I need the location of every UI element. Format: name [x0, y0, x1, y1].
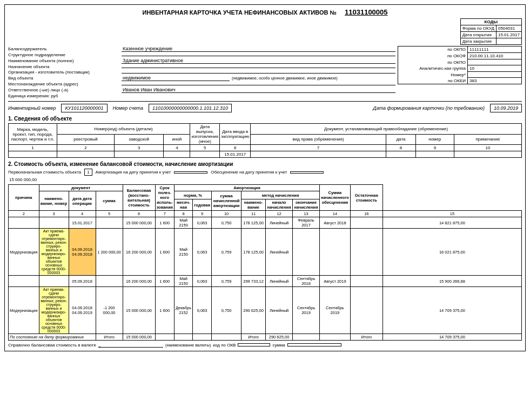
total-amort-value: 290 625,00 [266, 334, 293, 341]
right-codes-table: по ОКПО 11111111 по ОКОФ 210.00.11.10.41… [398, 46, 522, 84]
r1-prichina [9, 217, 39, 229]
r3-nach: Сентябрь 2018 [293, 276, 320, 287]
total-row: По состоянию на дату формирования Итого … [9, 334, 522, 341]
r2-prichina: Модернизация [9, 229, 39, 276]
okpo-label: по ОКПО [398, 46, 468, 53]
r2-metod-naim: Линейный [266, 229, 293, 276]
init-cost-row: Первоначальная стоимость объекта 1 Аморт… [8, 169, 522, 176]
th-ostatok: Остаточная стоимость [350, 185, 383, 211]
forma-label: Форма по ОКУД [460, 25, 496, 32]
th-naim-metod: наимено-вание [241, 199, 266, 211]
total-sum: 15 000 000,00 [123, 334, 155, 341]
s1-col2c: иной [164, 134, 190, 145]
r1-metod-naim: Линейный [266, 217, 293, 229]
date-form-value: 10.09.2019 [490, 104, 522, 112]
org-row: Организация - изготовитель (поставщик) [8, 70, 395, 75]
struct-div-row: Структурное подразделение [8, 52, 395, 57]
amort-label: Амортизация на дату принятия к учет [96, 170, 171, 175]
r1-norma-god: 0,750 [212, 217, 241, 229]
purpose-value [122, 68, 395, 68]
view-row: Вид объекта недвижимое (недвижимое, особ… [8, 75, 395, 81]
r3-doc-naim [39, 276, 69, 287]
okpo2-label: по ОКПО [398, 59, 468, 65]
r1-ostatok: 14 821 875,00 [383, 217, 521, 229]
main-info-area: Балансодержатель Казенное учреждение Стр… [8, 46, 522, 99]
s1-col5b: дата [386, 134, 415, 145]
okei-value: 383 [468, 78, 522, 84]
s1-col3: Дата выпуска, изготовления (иное) [190, 124, 220, 145]
s1-num5: 5 [190, 145, 220, 151]
r2-sum: 1 200 000,00 [96, 229, 123, 276]
total-itogo2: Итого [241, 334, 266, 341]
date-open-value: 15.01.2017 [496, 32, 521, 38]
view-hint: (недвижимое, особо ценное движимое, иное… [232, 76, 338, 81]
balance-holder-row: Балансодержатель Казенное учреждение [8, 46, 395, 52]
location-label: Местонахождение объекта (адрес) [8, 82, 122, 86]
r4-data-ok: Декабрь 2152 [174, 287, 192, 334]
sum-label: сумма [272, 343, 285, 348]
r2-doc-naim: Акт приема-сдачи отремонтиро-ванных, рек… [39, 229, 69, 276]
th-srok: Срок полез-ного исполь-зования [155, 185, 174, 211]
section2-title: 2. Стоимость объекта, изменение балансов… [8, 161, 522, 167]
r3-okon: Август 2019 [320, 276, 351, 287]
s1-col5c: номер [415, 134, 454, 145]
s1-num3: 3 [114, 145, 164, 151]
r2-obesc [350, 229, 383, 276]
th-sum: сумма [96, 191, 123, 211]
struct-div-label: Структурное подразделение [8, 52, 122, 57]
th-norma: норма, % [174, 191, 211, 199]
total-itogo3: Итого [350, 334, 383, 341]
total-itogo: Итого [96, 334, 123, 341]
init-cost-num: 1 [84, 169, 92, 176]
r4-norma-mes: 0,063 [193, 287, 212, 334]
date-close-label: Дата закрытия [460, 38, 496, 45]
r1-srok: 1 600 [155, 217, 174, 229]
inv-num-label: Инвентарный номер [8, 105, 56, 111]
th-obesc: Сумма начисленного обесценения [320, 185, 351, 211]
th-nach: начало начисления [266, 199, 293, 211]
th-num15: 15 [383, 211, 521, 217]
date-open-label: Дата открытия [460, 32, 496, 38]
date-form-label: Дата формирования карточки (по требовани… [373, 105, 485, 111]
s1-data-row: 15.01.2017 [9, 151, 522, 158]
acc-num-value: 11010000000000000.1.101.12.310 [149, 104, 232, 112]
r2-sum-nach: 178 125,00 [241, 229, 266, 276]
r3-sum [96, 276, 123, 287]
total-srok-empty [155, 334, 174, 341]
s1-row1-date: 15.01.2017 [220, 151, 251, 158]
amort-row-2: Модернизация Акт приема-сдачи отремонтир… [9, 229, 522, 276]
r3-data-ok: Май 2150 [174, 276, 192, 287]
amort-table: причина документ Балансовая (восстано-ви… [8, 184, 522, 341]
r2-norma-god: 0,759 [212, 229, 241, 276]
total-label: По состоянию на дату формирования [9, 334, 96, 341]
r2-balance: 16 200 000,00 [123, 229, 155, 276]
r4-srok: 1 600 [155, 287, 174, 334]
th-num7: 7 [155, 211, 174, 217]
th-num11: 11 [241, 211, 266, 217]
r4-balance: 15 000 000,00 [123, 287, 155, 334]
th-num3: 3 [39, 211, 69, 217]
th-balance: Балансовая (восстано-вительная) стоимост… [123, 185, 155, 211]
th-sum-nach: сумма начисленной амортизации [212, 191, 241, 211]
okpo-value: 11111111 [468, 46, 522, 53]
r1-doc-naim [39, 217, 69, 229]
amort-row-3: 05.09.2018 16 200 000,00 1 600 Май 2150 … [9, 276, 522, 287]
nomer-value [468, 72, 522, 78]
nomer-label: Номер* [398, 72, 468, 78]
s1-num6: 6 [220, 145, 251, 151]
unit-label: Единица измерения: руб [8, 94, 122, 98]
object-name-row: Наименование объекта (полное) Здание адм… [8, 58, 395, 64]
doc-number: 11031100005 [345, 8, 388, 16]
r2-okon [320, 229, 351, 276]
r4-sum-nach: 290 625,00 [241, 287, 266, 334]
currency-row: Справочно балансовая стоимость в валюте … [8, 342, 522, 348]
th-norma-mes: месяч-ная [174, 199, 192, 211]
init-cost-value-row: 15 000 000,00 [9, 177, 522, 182]
th-prichina: причина [9, 185, 39, 211]
th-norma-god: годовая [193, 199, 212, 211]
s1-num10: 10 [454, 145, 521, 151]
purpose-row: Назначение объекта [8, 64, 395, 69]
r3-doc-date: 05.09.2018 [69, 276, 96, 287]
analytic-value: 10 [468, 65, 522, 72]
codes-label: КОДЫ [460, 19, 521, 25]
